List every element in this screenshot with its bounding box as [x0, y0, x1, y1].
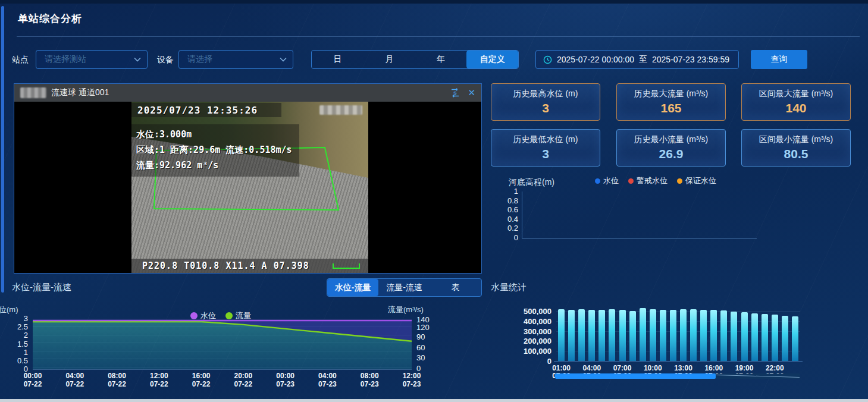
riverbed-y-tick-label: 0 — [503, 233, 518, 242]
left-scrollbar-accent[interactable] — [1, 6, 4, 293]
stat-value: 3 — [491, 101, 600, 115]
clock-icon — [543, 55, 552, 64]
x-tick-date: 07-22 — [15, 380, 51, 388]
water-volume-bar — [680, 309, 687, 361]
water-volume-bar — [710, 310, 717, 361]
water-volume-bar — [762, 314, 768, 361]
water-stats-y-tick-label: 400,000 — [497, 317, 551, 326]
osd-flow: 流量:92.962 m³/s — [136, 158, 292, 173]
stream-switch-icon[interactable]: S — [450, 88, 460, 98]
x-tick-time: 00:00 — [15, 372, 51, 380]
flow-axis-tick-label: 30 — [416, 353, 437, 362]
x-tick-time: 20:00 — [225, 372, 261, 380]
water-volume-bar — [619, 310, 626, 361]
data-zoom-filled-range[interactable] — [555, 373, 716, 379]
level-axis-tick-label: 3 — [5, 314, 28, 323]
device-select-placeholder: 请选择 — [187, 54, 280, 65]
query-button[interactable]: 查询 — [751, 50, 807, 69]
svg-text:S: S — [454, 90, 457, 96]
stat-label: 历史最小流量 (m³/s) — [617, 134, 725, 145]
water-volume-bar — [660, 310, 666, 361]
flow-axis-tick-label: 60 — [416, 343, 437, 352]
water-volume-bar — [568, 310, 575, 361]
period-day-button[interactable]: 日 — [312, 51, 364, 68]
dashboard-root: 单站综合分析 站点 请选择测站 设备 请选择 日 月 年 自定义 2025-07… — [0, 0, 868, 402]
top-strip — [0, 0, 868, 4]
stat-value: 165 — [617, 101, 725, 115]
chevron-down-icon — [280, 57, 287, 62]
x-tick-date: 07-23 — [352, 380, 387, 388]
x-tick-time: 12:00 — [141, 372, 177, 380]
water-volume-bar — [598, 310, 605, 361]
water-volume-bar — [609, 309, 615, 361]
level-flow-plot[interactable]: 32.521.510.50 1401209060300 00:0007-2204… — [33, 319, 412, 369]
x-tick-date: 07-22 — [99, 380, 135, 388]
legend-item-guarantee-level[interactable]: 保证水位 — [677, 175, 716, 186]
station-select[interactable]: 请选择测站 — [36, 50, 148, 69]
x-tick-time: 00:00 — [268, 372, 303, 380]
video-header: 流速球 通道001 S ✕ — [14, 84, 481, 102]
tab-table[interactable]: 表 — [430, 279, 481, 296]
x-tick-time: 22:00 — [757, 364, 792, 372]
water-stats-plot[interactable]: 500,000400,000300,000200,000100,0000 01:… — [556, 311, 800, 361]
water-stats-x-axis — [554, 361, 803, 362]
legend-dot — [628, 178, 634, 184]
stat-card-history-min-level: 历史最低水位 (m) 3 — [491, 129, 600, 167]
period-year-button[interactable]: 年 — [415, 51, 467, 68]
legend-item-warning-level[interactable]: 警戒水位 — [628, 175, 668, 186]
x-tick-date: 07-22 — [141, 380, 177, 388]
date-range-picker[interactable]: 2025-07-22 00:00:00 至 2025-07-23 23:59:5… — [535, 50, 739, 69]
water-volume-bar — [731, 312, 737, 361]
video-body[interactable]: 2025/07/23 12:35:26 水位:3.000m 区域:1 距离:29… — [14, 102, 481, 273]
legend-dot — [595, 178, 600, 184]
riverbed-y-tick-label: 0.8 — [503, 196, 518, 205]
stat-label: 历史最高水位 (m) — [491, 89, 600, 99]
flow-axis-tick-label: 120 — [416, 323, 437, 332]
water-volume-bar — [578, 309, 585, 361]
riverbed-x-axis — [522, 238, 757, 238]
riverbed-y-axis — [522, 191, 522, 238]
riverbed-y-tick-label: 0.4 — [503, 215, 518, 224]
riverbed-y-tick-label: 1 — [503, 187, 518, 196]
x-tick-date: 07-23 — [309, 380, 345, 388]
video-panel: 流速球 通道001 S ✕ 2025/07/23 12:35:26 — [14, 83, 482, 274]
stat-label: 历史最低水位 (m) — [491, 134, 600, 145]
video-title: 流速球 通道001 — [51, 87, 445, 98]
water-volume-bar — [700, 310, 707, 361]
date-separator: 至 — [639, 54, 647, 65]
water-volume-bar — [751, 313, 758, 362]
riverbed-y-tick-label: 0.6 — [503, 205, 518, 214]
water-stats-y-tick-label: 500,000 — [497, 307, 551, 316]
stat-value: 140 — [742, 101, 850, 115]
x-tick-time: 08:00 — [99, 372, 135, 380]
stat-card-interval-min-flow: 区间最小流量 (m³/s) 80.5 — [741, 129, 851, 167]
chevron-down-icon — [134, 57, 141, 62]
period-custom-button[interactable]: 自定义 — [466, 51, 518, 68]
x-tick-time: 08:00 — [352, 372, 387, 380]
station-label: 站点 — [12, 55, 29, 65]
period-month-button[interactable]: 月 — [364, 51, 415, 68]
data-zoom-slider[interactable] — [555, 373, 800, 379]
stat-value: 26.9 — [617, 147, 725, 161]
water-volume-bar — [650, 309, 656, 361]
level-flow-title: 水位-流量-流速 — [12, 282, 71, 293]
water-volume-bar — [720, 310, 727, 361]
water-volume-bar — [741, 312, 748, 361]
water-volume-bar — [558, 309, 565, 361]
level-axis-tick-label: 1 — [5, 348, 28, 357]
osd-water-level: 水位:3.000m — [136, 127, 292, 142]
tab-flow-velocity[interactable]: 流量-流速 — [378, 279, 430, 296]
legend-item-water-level[interactable]: 水位 — [595, 175, 619, 186]
water-volume-bar — [690, 309, 697, 361]
stat-label: 历史最大流量 (m³/s) — [617, 89, 725, 99]
level-flow-tabs: 水位-流量 流量-流速 表 — [327, 278, 482, 297]
level-axis-tick-label: 2 — [5, 331, 28, 340]
device-label: 设备 — [157, 55, 174, 65]
period-segmented-control: 日 月 年 自定义 — [311, 50, 519, 69]
device-select[interactable]: 请选择 — [178, 50, 293, 69]
legend-label: 警戒水位 — [637, 175, 668, 186]
redacted-station-name — [20, 87, 46, 98]
water-stats-y-tick-label: 300,000 — [497, 327, 551, 336]
close-icon[interactable]: ✕ — [468, 87, 475, 98]
tab-level-flow[interactable]: 水位-流量 — [327, 279, 378, 296]
